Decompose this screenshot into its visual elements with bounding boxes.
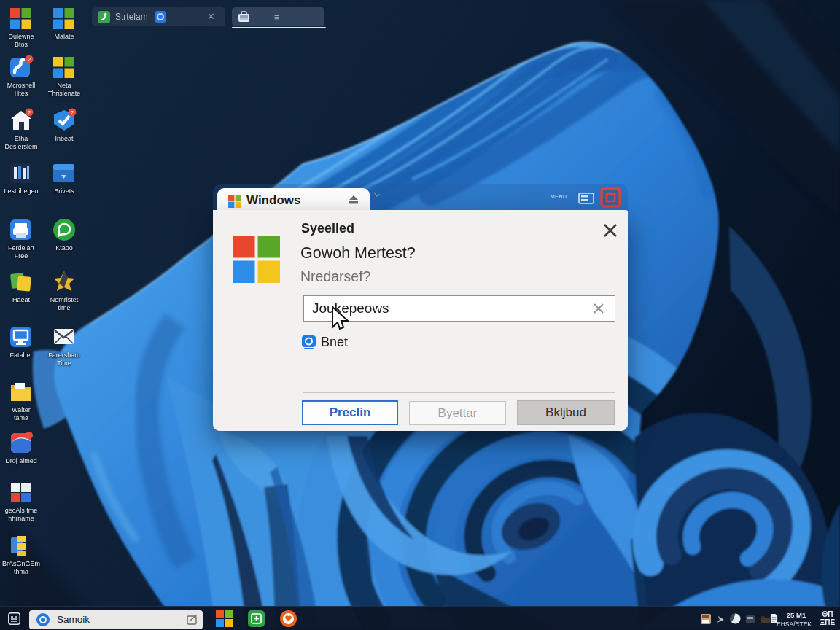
svg-text:2: 2 bbox=[28, 56, 31, 63]
svg-text:2: 2 bbox=[71, 109, 74, 116]
svg-text:2: 2 bbox=[28, 109, 31, 116]
